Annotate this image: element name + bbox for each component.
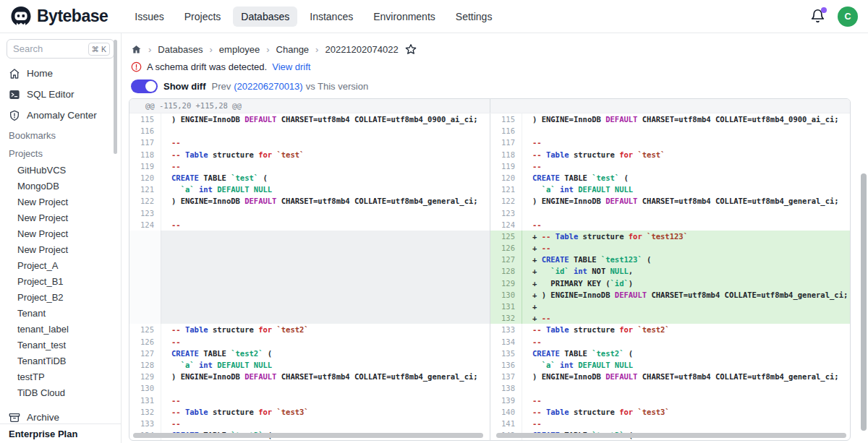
diff-line — [129, 301, 490, 312]
line-number: 133 — [490, 324, 522, 335]
nav-item-databases[interactable]: Databases — [233, 7, 297, 27]
horizontal-scrollbar-left[interactable] — [133, 433, 483, 438]
code-token: -- — [171, 325, 185, 334]
code-token: Table — [546, 325, 569, 334]
project-item-tidb-cloud[interactable]: TiDB Cloud — [0, 384, 121, 400]
main-nav: IssuesProjectsDatabasesInstancesEnvironm… — [127, 7, 500, 27]
code-text: + -- — [522, 312, 850, 324]
project-item-project_b1[interactable]: Project_B1 — [0, 273, 121, 289]
code-token: CREATE — [532, 349, 560, 358]
code-token: =InnoDB — [208, 372, 245, 381]
code-text: ) ENGINE=InnoDB DEFAULT CHARSET=utf8mb4 … — [161, 113, 490, 125]
code-token: Table — [546, 408, 569, 416]
breadcrumb-item[interactable]: Change — [276, 44, 310, 55]
project-item-mongodb[interactable]: MongoDB — [0, 178, 121, 194]
home-breadcrumb-icon[interactable] — [131, 44, 142, 55]
code-token: structure — [208, 150, 259, 159]
project-item-githubvcs[interactable]: GitHubVCS — [0, 162, 121, 178]
code-token: ( — [263, 349, 272, 358]
sidebar-scrollbar[interactable] — [114, 40, 117, 154]
project-item-project_b2[interactable]: Project_B2 — [0, 289, 121, 305]
diff-line: 136 `a` int DEFAULT NULL — [490, 359, 850, 371]
project-item-tenanttidb[interactable]: TenantTiDB — [0, 353, 121, 369]
diff-line — [129, 265, 490, 277]
bytebase-logo[interactable]: Bytebase — [10, 6, 108, 27]
diff-line: 115) ENGINE=InnoDB DEFAULT CHARSET=utf8m… — [129, 113, 490, 125]
diff-line: 116 — [490, 125, 850, 137]
code-token: -- — [532, 162, 542, 171]
diff-line: 115) ENGINE=InnoDB DEFAULT CHARSET=utf8m… — [490, 113, 850, 125]
breadcrumb-item[interactable]: 20221202074022 — [325, 44, 398, 55]
code-token: for — [619, 325, 633, 334]
code-token: COLLATE — [715, 197, 747, 205]
sidebar-item-home[interactable]: Home — [0, 63, 121, 84]
nav-item-environments[interactable]: Environments — [365, 7, 443, 27]
project-item-new-project[interactable]: New Project — [0, 241, 121, 257]
code-token: =utf8mb4_general_ci; — [386, 372, 477, 381]
nav-item-instances[interactable]: Instances — [302, 7, 361, 27]
project-item-new-project[interactable]: New Project — [0, 210, 121, 225]
plan-badge: Enterprise Plan — [0, 423, 121, 443]
diff-line: 130+ ) ENGINE=InnoDB DEFAULT CHARSET=utf… — [490, 289, 850, 301]
sidebar-item-anomaly-center[interactable]: Anomaly Center — [0, 105, 121, 126]
sidebar-item-label: SQL Editor — [27, 89, 75, 100]
code-text — [161, 125, 490, 137]
diff-line — [129, 278, 490, 289]
project-item-tenant_label[interactable]: tenant_label — [0, 321, 121, 337]
project-item-project_a[interactable]: Project_A — [0, 257, 121, 273]
code-text: `a` int DEFAULT NULL — [161, 359, 490, 371]
user-avatar[interactable]: C — [838, 7, 858, 27]
code-token: DEFAULT — [605, 115, 637, 124]
sidebar-item-sql-editor[interactable]: SQL Editor — [0, 84, 121, 105]
page-scrollbar[interactable] — [861, 173, 867, 431]
projects-section-label[interactable]: Projects — [0, 144, 121, 162]
nav-item-settings[interactable]: Settings — [448, 7, 501, 27]
code-token: `a` — [181, 185, 195, 194]
project-item-new-project[interactable]: New Project — [0, 225, 121, 241]
diff-line: 132-- Table structure for `test3` — [129, 406, 490, 418]
show-diff-label: Show diff — [163, 81, 206, 92]
project-item-tenant_test[interactable]: Tenant_test — [0, 337, 121, 353]
code-text: -- Table structure for `test` — [522, 149, 850, 160]
line-number: 118 — [490, 149, 522, 160]
search-box[interactable]: ⌘ K — [7, 39, 114, 59]
code-token: `test` — [592, 173, 619, 182]
project-item-testtp[interactable]: testTP — [0, 369, 121, 384]
line-number: 117 — [490, 137, 522, 148]
bytebase-logo-icon — [10, 6, 32, 27]
code-text: + CREATE TABLE `test123` ( — [522, 254, 850, 265]
breadcrumb-item[interactable]: employee — [219, 44, 260, 55]
project-item-tenant[interactable]: Tenant — [0, 305, 121, 321]
code-token: DEFAULT — [605, 372, 637, 381]
code-text: -- Table structure for `test3` — [161, 406, 490, 418]
line-number: 132 — [129, 406, 161, 418]
code-text: + `id` int NOT NULL, — [522, 265, 850, 277]
sidebar-item-archive[interactable]: Archive — [0, 407, 121, 423]
search-input[interactable] — [13, 43, 75, 54]
diff-line — [129, 254, 490, 265]
code-token: CREATE — [542, 255, 569, 264]
code-text: -- Table structure for `test3` — [522, 406, 850, 418]
bookmarks-section-label[interactable]: Bookmarks — [0, 126, 121, 144]
project-item-new-project[interactable]: New Project — [0, 194, 121, 210]
nav-item-issues[interactable]: Issues — [127, 7, 171, 27]
prev-version-link[interactable]: (202206270013) — [234, 81, 302, 92]
nav-item-projects[interactable]: Projects — [176, 7, 229, 27]
notifications-button[interactable] — [810, 9, 826, 25]
horizontal-scrollbar-right[interactable] — [496, 433, 846, 438]
hunk-range-label: @@ -115,20 +115,28 @@ — [129, 99, 490, 113]
diff-line: 135CREATE TABLE `test2` ( — [490, 348, 850, 359]
code-token: COLLATE — [354, 372, 386, 381]
code-token: -- — [171, 220, 181, 229]
breadcrumb-item[interactable]: Databases — [158, 44, 203, 55]
line-number: 128 — [129, 359, 161, 371]
line-number: 117 — [129, 137, 161, 148]
line-number: 125 — [490, 231, 522, 242]
show-diff-toggle[interactable] — [131, 79, 158, 93]
code-token: DEFAULT — [578, 361, 610, 369]
star-icon[interactable] — [405, 43, 417, 55]
line-number — [129, 254, 161, 265]
view-drift-link[interactable]: View drift — [272, 61, 310, 72]
code-token: ENGINE — [181, 197, 208, 205]
line-number — [129, 289, 161, 301]
